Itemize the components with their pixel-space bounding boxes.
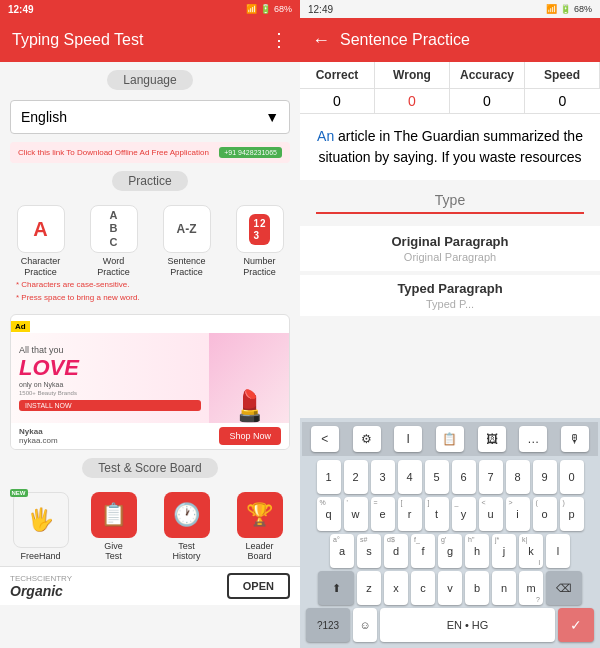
install-button[interactable]: INSTALL NOW <box>19 400 201 411</box>
score-board-grid: NEW 🖐 FreeHand 📋 GiveTest 🕐 TestHistory <box>6 492 294 563</box>
toolbar-mic[interactable]: 🎙 <box>561 426 589 452</box>
key-j[interactable]: j*j <box>492 534 516 568</box>
leader-board-item[interactable]: 🏆 LeaderBoard <box>232 492 287 563</box>
backspace-key[interactable]: ⌫ <box>546 571 582 605</box>
key-1[interactable]: 1 <box>317 460 341 494</box>
language-section-label: Language <box>107 70 192 90</box>
key-y[interactable]: _y <box>452 497 476 531</box>
freehand-item[interactable]: NEW 🖐 FreeHand <box>13 492 68 563</box>
key-4[interactable]: 4 <box>398 460 422 494</box>
practice-sentence[interactable]: A-Z SentencePractice <box>157 205 217 278</box>
open-button[interactable]: OPEN <box>227 573 290 599</box>
practice-word[interactable]: ABC WordPractice <box>84 205 144 278</box>
shop-now-button[interactable]: Shop Now <box>219 427 281 445</box>
key-7[interactable]: 7 <box>479 460 503 494</box>
toolbar-image[interactable]: 🖼 <box>478 426 506 452</box>
key-6[interactable]: 6 <box>452 460 476 494</box>
key-s[interactable]: s#s <box>357 534 381 568</box>
header-correct: Correct <box>300 62 375 88</box>
key-z[interactable]: z <box>357 571 381 605</box>
right-battery-percent: 68% <box>574 4 592 14</box>
key-r[interactable]: [r <box>398 497 422 531</box>
shift-key[interactable]: ⬆ <box>318 571 354 605</box>
key-a[interactable]: a°a <box>330 534 354 568</box>
key-9[interactable]: 9 <box>533 460 557 494</box>
practice-number[interactable]: 123 NumberPractice <box>230 205 290 278</box>
give-test-item[interactable]: 📋 GiveTest <box>86 492 141 563</box>
bottom-ad-brand: TECHSCIENTRY <box>10 574 72 583</box>
menu-icon[interactable]: ⋮ <box>270 29 288 51</box>
typed-paragraph-section: Typed Paragraph Typed P... <box>300 275 600 316</box>
original-paragraph-section: Original Paragraph Original Paragraph <box>300 226 600 271</box>
key-v[interactable]: v <box>438 571 462 605</box>
new-badge: NEW <box>10 489 28 497</box>
key-m[interactable]: m? <box>519 571 543 605</box>
key-2[interactable]: 2 <box>344 460 368 494</box>
test-history-item[interactable]: 🕐 TestHistory <box>159 492 214 563</box>
space-key[interactable]: EN • HG <box>380 608 555 642</box>
right-screen: 12:49 📶 🔋 68% ← Sentence Practice Correc… <box>300 0 600 648</box>
score-board-section: NEW 🖐 FreeHand 📋 GiveTest 🕐 TestHistory <box>0 484 300 567</box>
key-f[interactable]: f_f <box>411 534 435 568</box>
key-h[interactable]: h"h <box>465 534 489 568</box>
key-n[interactable]: n <box>492 571 516 605</box>
language-dropdown[interactable]: English ▼ <box>10 100 290 134</box>
key-d[interactable]: d$d <box>384 534 408 568</box>
typed-paragraph-title: Typed Paragraph <box>316 281 584 296</box>
key-3[interactable]: 3 <box>371 460 395 494</box>
emoji-key[interactable]: ☺ <box>353 608 377 642</box>
zxcv-row: ⬆ z x c v b n m? ⌫ <box>302 571 598 605</box>
nykaa-sub: only on Nykaa <box>19 381 201 388</box>
practice-grid: A CharacterPractice ABC WordPractice <box>6 205 294 278</box>
back-button[interactable]: ← <box>312 30 330 51</box>
key-i[interactable]: >i <box>506 497 530 531</box>
value-wrong: 0 <box>375 88 450 113</box>
key-l[interactable]: l <box>546 534 570 568</box>
hint1: * Characters are case-sensitive. <box>6 278 294 291</box>
freehand-label: FreeHand <box>20 551 60 562</box>
character-icon: A <box>17 205 65 253</box>
key-g[interactable]: g'g <box>438 534 462 568</box>
practice-character[interactable]: A CharacterPractice <box>11 205 71 278</box>
value-correct: 0 <box>300 88 375 113</box>
toolbar-settings[interactable]: ⚙ <box>353 426 381 452</box>
number-row: 1 2 3 4 5 6 7 8 9 0 <box>302 460 598 494</box>
nykaa-ad[interactable]: Ad All that you LOVE only on Nykaa 1500+… <box>10 314 290 450</box>
ad-strip-text: Click this link To Download Offline Ad F… <box>18 148 219 157</box>
key-b[interactable]: b <box>465 571 489 605</box>
key-w[interactable]: 'w <box>344 497 368 531</box>
keyboard-toolbar: < ⚙ I 📋 🖼 … 🎙 <box>302 422 598 456</box>
toolbar-back[interactable]: < <box>311 426 339 452</box>
selected-language: English <box>21 109 67 125</box>
right-signal-icon: 📶 <box>546 4 557 14</box>
keyboard: < ⚙ I 📋 🖼 … 🎙 1 2 3 4 5 6 7 8 9 0 <box>300 418 600 648</box>
nykaa-source: Nykaa nykaa.com <box>19 427 58 445</box>
key-u[interactable]: <u <box>479 497 503 531</box>
give-test-label: GiveTest <box>104 541 123 563</box>
key-5[interactable]: 5 <box>425 460 449 494</box>
toolbar-cursor[interactable]: I <box>394 426 422 452</box>
key-e[interactable]: =e <box>371 497 395 531</box>
toolbar-clipboard[interactable]: 📋 <box>436 426 464 452</box>
key-c[interactable]: c <box>411 571 435 605</box>
ad-phone[interactable]: +91 9428231065 <box>219 147 282 158</box>
key-0[interactable]: 0 <box>560 460 584 494</box>
symbols-key[interactable]: ?123 <box>306 608 350 642</box>
header-speed: Speed <box>525 62 600 88</box>
key-8[interactable]: 8 <box>506 460 530 494</box>
key-t[interactable]: ]t <box>425 497 449 531</box>
stats-table: Correct Wrong Accuracy Speed 0 0 0 0 <box>300 62 600 114</box>
type-input-area[interactable] <box>300 180 600 222</box>
key-x[interactable]: x <box>384 571 408 605</box>
asdf-row: a°a s#s d$d f_f g'g h"h j*j k|kl l <box>302 534 598 568</box>
app-title: Typing Speed Test <box>12 31 143 49</box>
type-input[interactable] <box>316 188 584 214</box>
ad-strip[interactable]: Click this link To Download Offline Ad F… <box>10 142 290 163</box>
enter-key[interactable]: ✓ <box>558 608 594 642</box>
key-k[interactable]: k|kl <box>519 534 543 568</box>
key-o[interactable]: (o <box>533 497 557 531</box>
key-p[interactable]: )p <box>560 497 584 531</box>
toolbar-more[interactable]: … <box>519 426 547 452</box>
dropdown-arrow-icon: ▼ <box>265 109 279 125</box>
key-q[interactable]: %q <box>317 497 341 531</box>
